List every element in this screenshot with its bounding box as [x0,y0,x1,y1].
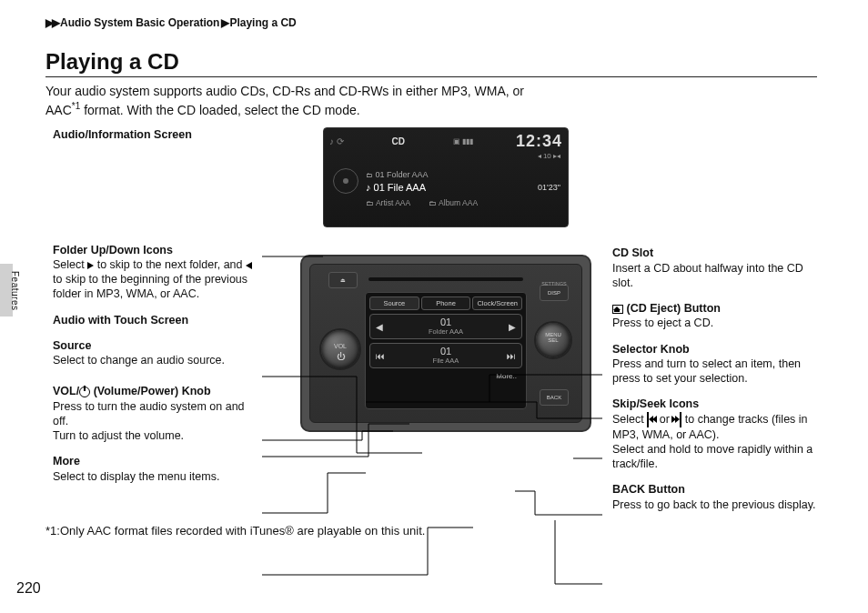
callout-folder-updown: Folder Up/Down Icons Select to skip to t… [53,243,262,302]
prev-track-icon [647,412,656,427]
breadcrumb: ▶▶Audio System Basic Operation▶Playing a… [45,16,817,29]
intro-text: Your audio system supports audio CDs, CD… [45,83,817,118]
file-row[interactable]: ⏮ 01 File AAA ⏭ [369,343,522,368]
callout-skip-seek: Skip/Seek Icons Select or to change trac… [612,397,817,471]
touch-screen[interactable]: Source Phone Clock/Screen ◀ 01 Folder AA… [365,292,527,409]
skip-prev-icon[interactable]: ⏮ [376,351,385,361]
folder-row[interactable]: ◀ 01 Folder AAA ▶ [369,314,522,339]
callout-more: More Select to display the menu items. [53,454,262,484]
head-unit: ⏏ SETTINGSDISP BACK VOL⏻ MENU SEL Source… [300,255,591,432]
cd-slot[interactable] [368,277,523,281]
folder-next-icon[interactable]: ▶ [509,322,516,332]
callout-vol-power-knob: VOL/ (Volume/Power) Knob Press to turn t… [53,384,262,443]
page-number: 220 [16,580,41,597]
callout-eject-button: (CD Eject) Button Press to eject a CD. [612,301,817,331]
eject-icon [612,305,623,314]
section-tab-label: Features [10,271,20,310]
power-icon [79,387,90,397]
callout-source: Source Select to change an audio source. [53,338,262,368]
tab-source[interactable]: Source [369,296,419,310]
disp-button[interactable]: SETTINGSDISP [540,285,569,301]
callout-cd-slot: CD Slot Insert a CD about halfway into t… [612,246,817,290]
audio-info-screen: ♪ ⟳ CD ▣ ▮▮▮ 12:34 ◂ 10 ▸◂ 🗀 01 Folder A… [323,127,569,227]
next-track-icon [672,412,681,427]
footnote: *1:Only AAC format files recorded with i… [45,524,817,538]
cd-disc-icon [333,168,358,194]
callout-audio-touch-screen: Audio with Touch Screen [53,313,262,327]
eject-button[interactable]: ⏏ [328,272,358,288]
volume-power-knob[interactable]: VOL⏻ [319,328,361,370]
callout-selector-knob: Selector Knob Press and turn to select a… [612,342,817,387]
more-button[interactable]: More.. [369,372,522,380]
tab-clock-screen[interactable]: Clock/Screen [472,296,522,310]
skip-next-icon[interactable]: ⏭ [507,351,516,361]
callout-audio-info-screen: Audio/Information Screen [53,127,262,142]
folder-prev-icon[interactable]: ◀ [376,322,383,332]
skip-prev-folder-icon [246,262,252,269]
back-button[interactable]: BACK [540,389,569,406]
page-title: Playing a CD [45,49,817,77]
diagram: Audio/Information Screen Folder Up/Down … [45,127,817,518]
tab-phone[interactable]: Phone [421,296,471,310]
selector-knob[interactable]: MENU SEL [534,321,572,359]
callout-back-button: BACK Button Press to go back to the prev… [612,482,817,512]
